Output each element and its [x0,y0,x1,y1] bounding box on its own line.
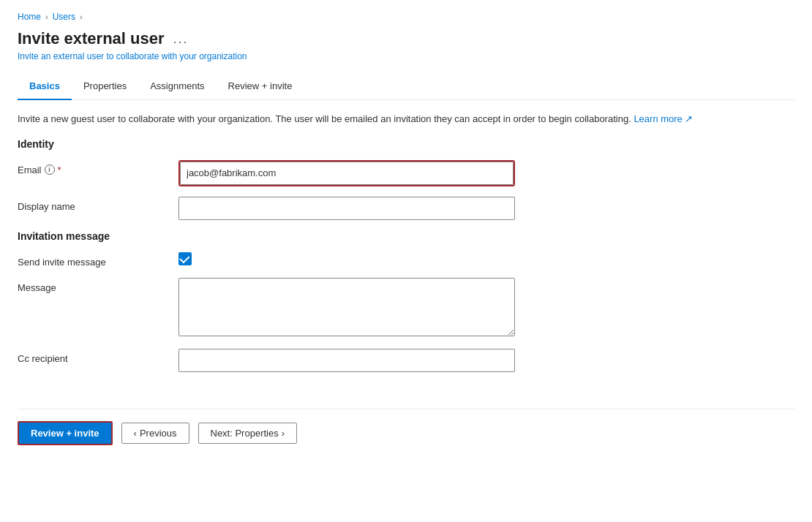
invitation-section: Invitation message Send invite message M… [18,230,794,372]
ellipsis-button[interactable]: ... [170,31,192,47]
breadcrumb-sep-2: › [80,12,83,21]
learn-more-link[interactable]: Learn more ↗ [634,113,693,124]
tab-properties[interactable]: Properties [72,73,138,100]
next-label: Next: Properties [211,428,279,439]
display-name-field-wrapper [178,197,515,220]
breadcrumb-sep-1: › [45,12,48,21]
email-info-icon[interactable]: i [45,164,55,175]
display-name-input[interactable] [178,197,515,220]
cc-recipient-form-group: Cc recipient [18,349,794,372]
prev-chevron-icon: ‹ [134,428,137,439]
breadcrumb-home[interactable]: Home [18,12,41,22]
email-input[interactable] [180,162,514,185]
send-invite-field [178,252,515,265]
tab-bar: Basics Properties Assignments Review + i… [18,73,794,100]
footer-actions: Review + invite ‹ Previous Next: Propert… [18,409,794,445]
tab-basics[interactable]: Basics [18,73,72,100]
page-title: Invite external user [18,29,165,48]
message-form-group: Message [18,278,794,338]
description-row: Invite a new guest user to collaborate w… [18,112,794,126]
review-invite-button[interactable]: Review + invite [18,421,113,445]
breadcrumb: Home › Users › [18,12,794,22]
tab-review[interactable]: Review + invite [217,73,304,100]
next-chevron-icon: › [282,428,285,439]
cc-recipient-label: Cc recipient [18,349,178,364]
next-button[interactable]: Next: Properties › [198,423,298,444]
tab-assignments[interactable]: Assignments [138,73,216,100]
invitation-section-title: Invitation message [18,230,794,242]
send-invite-checkbox[interactable] [178,252,192,265]
cc-recipient-input[interactable] [178,349,515,372]
email-field-wrapper [178,160,515,186]
previous-label: Previous [140,428,177,439]
breadcrumb-users[interactable]: Users [53,12,75,22]
description-text: Invite a new guest user to collaborate w… [18,113,631,124]
display-name-form-group: Display name [18,197,794,220]
send-invite-label: Send invite message [18,252,178,268]
message-field-wrapper [178,278,515,338]
send-invite-form-group: Send invite message [18,252,794,268]
cc-recipient-field-wrapper [178,349,515,372]
email-highlight [178,160,515,186]
page-subtitle: Invite an external user to collaborate w… [18,51,794,61]
email-label: Email i * [18,160,178,175]
display-name-label: Display name [18,197,178,212]
message-textarea[interactable] [178,278,515,336]
identity-section-title: Identity [18,138,794,150]
page-title-row: Invite external user ... [18,29,794,48]
email-required-star: * [58,164,61,175]
message-label: Message [18,278,178,293]
email-form-group: Email i * [18,160,794,186]
previous-button[interactable]: ‹ Previous [121,423,189,444]
